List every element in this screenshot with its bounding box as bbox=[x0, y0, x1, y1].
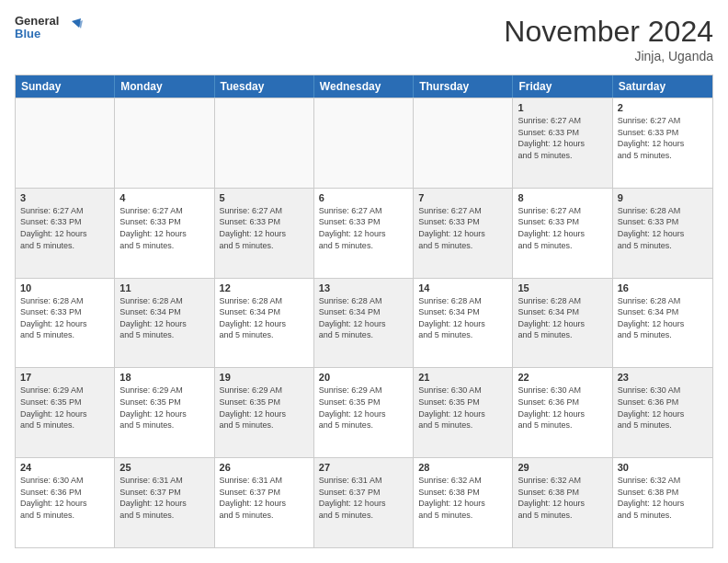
weekday-friday: Friday bbox=[513, 75, 612, 98]
calendar-cell: 1Sunrise: 6:27 AM Sunset: 6:33 PM Daylig… bbox=[513, 98, 612, 188]
month-title: November 2024 bbox=[504, 15, 713, 49]
calendar-cell: 17Sunrise: 6:29 AM Sunset: 6:35 PM Dayli… bbox=[16, 368, 115, 457]
calendar-cell: 21Sunrise: 6:30 AM Sunset: 6:35 PM Dayli… bbox=[414, 368, 513, 457]
calendar: Sunday Monday Tuesday Wednesday Thursday… bbox=[15, 75, 713, 548]
calendar-header: Sunday Monday Tuesday Wednesday Thursday… bbox=[16, 75, 712, 98]
day-info: Sunrise: 6:28 AM Sunset: 6:33 PM Dayligh… bbox=[20, 295, 109, 341]
day-number: 20 bbox=[319, 372, 408, 383]
day-number: 5 bbox=[220, 192, 309, 203]
day-info: Sunrise: 6:31 AM Sunset: 6:37 PM Dayligh… bbox=[319, 475, 408, 521]
day-number: 16 bbox=[618, 282, 708, 293]
calendar-cell: 27Sunrise: 6:31 AM Sunset: 6:37 PM Dayli… bbox=[314, 458, 414, 547]
day-number: 2 bbox=[618, 102, 708, 113]
day-info: Sunrise: 6:31 AM Sunset: 6:37 PM Dayligh… bbox=[119, 475, 209, 521]
calendar-cell: 9Sunrise: 6:28 AM Sunset: 6:33 PM Daylig… bbox=[613, 189, 712, 278]
day-info: Sunrise: 6:30 AM Sunset: 6:36 PM Dayligh… bbox=[518, 385, 607, 431]
day-number: 8 bbox=[518, 192, 607, 203]
day-number: 15 bbox=[518, 282, 607, 293]
calendar-cell: 13Sunrise: 6:28 AM Sunset: 6:34 PM Dayli… bbox=[314, 279, 414, 368]
calendar-cell: 5Sunrise: 6:27 AM Sunset: 6:33 PM Daylig… bbox=[215, 189, 314, 278]
page: General Blue November 2024 Jinja, Uganda… bbox=[0, 0, 728, 563]
calendar-cell: 8Sunrise: 6:27 AM Sunset: 6:33 PM Daylig… bbox=[513, 189, 612, 278]
calendar-cell: 22Sunrise: 6:30 AM Sunset: 6:36 PM Dayli… bbox=[513, 368, 612, 457]
day-info: Sunrise: 6:29 AM Sunset: 6:35 PM Dayligh… bbox=[220, 385, 309, 431]
calendar-cell: 23Sunrise: 6:30 AM Sunset: 6:36 PM Dayli… bbox=[613, 368, 712, 457]
day-number: 7 bbox=[418, 192, 507, 203]
day-info: Sunrise: 6:30 AM Sunset: 6:36 PM Dayligh… bbox=[20, 475, 109, 521]
day-info: Sunrise: 6:28 AM Sunset: 6:34 PM Dayligh… bbox=[119, 295, 209, 341]
day-number: 6 bbox=[319, 192, 408, 203]
calendar-cell: 25Sunrise: 6:31 AM Sunset: 6:37 PM Dayli… bbox=[115, 458, 214, 547]
day-info: Sunrise: 6:28 AM Sunset: 6:34 PM Dayligh… bbox=[220, 295, 309, 341]
day-number: 24 bbox=[20, 462, 109, 473]
calendar-cell: 26Sunrise: 6:31 AM Sunset: 6:37 PM Dayli… bbox=[215, 458, 314, 547]
weekday-saturday: Saturday bbox=[613, 75, 712, 98]
day-info: Sunrise: 6:27 AM Sunset: 6:33 PM Dayligh… bbox=[518, 205, 607, 251]
weekday-tuesday: Tuesday bbox=[215, 75, 314, 98]
day-info: Sunrise: 6:27 AM Sunset: 6:33 PM Dayligh… bbox=[220, 205, 309, 251]
day-number: 17 bbox=[20, 372, 109, 383]
day-info: Sunrise: 6:32 AM Sunset: 6:38 PM Dayligh… bbox=[618, 475, 708, 521]
day-number: 30 bbox=[618, 462, 708, 473]
calendar-row-4: 24Sunrise: 6:30 AM Sunset: 6:36 PM Dayli… bbox=[16, 457, 712, 547]
day-number: 18 bbox=[119, 372, 209, 383]
day-number: 10 bbox=[20, 282, 109, 293]
calendar-body: 1Sunrise: 6:27 AM Sunset: 6:33 PM Daylig… bbox=[16, 98, 712, 547]
day-info: Sunrise: 6:28 AM Sunset: 6:34 PM Dayligh… bbox=[418, 295, 507, 341]
day-number: 9 bbox=[618, 192, 708, 203]
day-number: 26 bbox=[220, 462, 309, 473]
day-number: 25 bbox=[119, 462, 209, 473]
day-info: Sunrise: 6:27 AM Sunset: 6:33 PM Dayligh… bbox=[20, 205, 109, 251]
weekday-monday: Monday bbox=[115, 75, 214, 98]
calendar-row-2: 10Sunrise: 6:28 AM Sunset: 6:33 PM Dayli… bbox=[16, 278, 712, 368]
weekday-sunday: Sunday bbox=[16, 75, 115, 98]
day-info: Sunrise: 6:28 AM Sunset: 6:34 PM Dayligh… bbox=[319, 295, 408, 341]
calendar-cell bbox=[16, 98, 115, 188]
calendar-cell bbox=[215, 98, 314, 188]
calendar-cell: 14Sunrise: 6:28 AM Sunset: 6:34 PM Dayli… bbox=[414, 279, 513, 368]
day-number: 28 bbox=[418, 462, 507, 473]
calendar-row-3: 17Sunrise: 6:29 AM Sunset: 6:35 PM Dayli… bbox=[16, 367, 712, 457]
day-info: Sunrise: 6:27 AM Sunset: 6:33 PM Dayligh… bbox=[618, 115, 708, 161]
day-number: 1 bbox=[518, 102, 607, 113]
logo-arrow-icon bbox=[63, 17, 83, 38]
calendar-cell: 4Sunrise: 6:27 AM Sunset: 6:33 PM Daylig… bbox=[115, 189, 214, 278]
day-info: Sunrise: 6:27 AM Sunset: 6:33 PM Dayligh… bbox=[418, 205, 507, 251]
day-info: Sunrise: 6:29 AM Sunset: 6:35 PM Dayligh… bbox=[319, 385, 408, 431]
day-number: 12 bbox=[220, 282, 309, 293]
calendar-row-1: 3Sunrise: 6:27 AM Sunset: 6:33 PM Daylig… bbox=[16, 188, 712, 278]
day-number: 22 bbox=[518, 372, 607, 383]
day-info: Sunrise: 6:27 AM Sunset: 6:33 PM Dayligh… bbox=[518, 115, 607, 161]
calendar-cell: 15Sunrise: 6:28 AM Sunset: 6:34 PM Dayli… bbox=[513, 279, 612, 368]
location: Jinja, Uganda bbox=[504, 49, 713, 63]
day-number: 4 bbox=[119, 192, 209, 203]
day-info: Sunrise: 6:27 AM Sunset: 6:33 PM Dayligh… bbox=[319, 205, 408, 251]
calendar-cell: 18Sunrise: 6:29 AM Sunset: 6:35 PM Dayli… bbox=[115, 368, 214, 457]
calendar-cell: 30Sunrise: 6:32 AM Sunset: 6:38 PM Dayli… bbox=[613, 458, 712, 547]
calendar-cell: 3Sunrise: 6:27 AM Sunset: 6:33 PM Daylig… bbox=[16, 189, 115, 278]
calendar-row-0: 1Sunrise: 6:27 AM Sunset: 6:33 PM Daylig… bbox=[16, 98, 712, 188]
calendar-cell bbox=[314, 98, 414, 188]
day-info: Sunrise: 6:31 AM Sunset: 6:37 PM Dayligh… bbox=[220, 475, 309, 521]
day-info: Sunrise: 6:30 AM Sunset: 6:35 PM Dayligh… bbox=[418, 385, 507, 431]
weekday-wednesday: Wednesday bbox=[314, 75, 414, 98]
calendar-cell: 12Sunrise: 6:28 AM Sunset: 6:34 PM Dayli… bbox=[215, 279, 314, 368]
day-number: 27 bbox=[319, 462, 408, 473]
day-number: 29 bbox=[518, 462, 607, 473]
weekday-thursday: Thursday bbox=[414, 75, 513, 98]
calendar-cell: 11Sunrise: 6:28 AM Sunset: 6:34 PM Dayli… bbox=[115, 279, 214, 368]
day-number: 3 bbox=[20, 192, 109, 203]
day-number: 14 bbox=[418, 282, 507, 293]
calendar-cell: 20Sunrise: 6:29 AM Sunset: 6:35 PM Dayli… bbox=[314, 368, 414, 457]
day-info: Sunrise: 6:28 AM Sunset: 6:34 PM Dayligh… bbox=[618, 295, 708, 341]
day-number: 21 bbox=[418, 372, 507, 383]
calendar-cell: 29Sunrise: 6:32 AM Sunset: 6:38 PM Dayli… bbox=[513, 458, 612, 547]
logo: General Blue bbox=[15, 15, 83, 41]
day-info: Sunrise: 6:29 AM Sunset: 6:35 PM Dayligh… bbox=[20, 385, 109, 431]
calendar-cell: 6Sunrise: 6:27 AM Sunset: 6:33 PM Daylig… bbox=[314, 189, 414, 278]
calendar-cell: 7Sunrise: 6:27 AM Sunset: 6:33 PM Daylig… bbox=[414, 189, 513, 278]
calendar-cell: 16Sunrise: 6:28 AM Sunset: 6:34 PM Dayli… bbox=[613, 279, 712, 368]
day-number: 19 bbox=[220, 372, 309, 383]
header: General Blue November 2024 Jinja, Uganda bbox=[15, 15, 713, 63]
day-number: 23 bbox=[618, 372, 708, 383]
